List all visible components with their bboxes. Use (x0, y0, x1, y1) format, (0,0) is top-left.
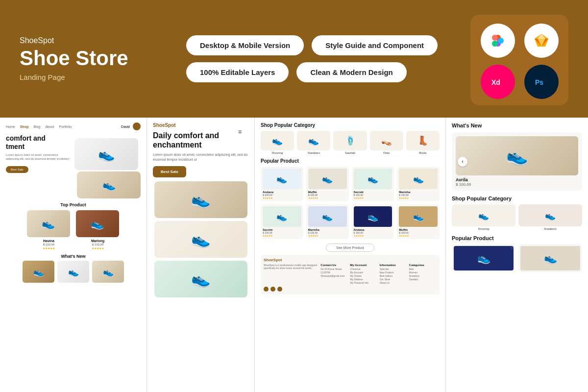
hero-text: comfort andtment Lorem ipsum dolor sit a… (6, 134, 70, 173)
whats-new-title-p4: What's New (452, 122, 582, 128)
footer-grid: ShoeSpot is a revolutionary mobile app d… (264, 264, 437, 285)
shoe-icon: 👟 (191, 230, 211, 248)
mobile-shoe-1: 👟 (154, 181, 247, 218)
product-marlong-name: Marlong (76, 239, 120, 243)
heart-icon[interactable]: ♡ (435, 206, 438, 210)
panel1-hero: comfort andtment Lorem ipsum dolor sit a… (6, 134, 141, 173)
heart-icon[interactable]: ♡ (572, 138, 576, 144)
heart-icon[interactable]: ♡ (435, 168, 438, 172)
brand-name: ShoeSpot (20, 36, 157, 45)
badge-style-guide: Style Guide and Component (312, 35, 438, 55)
product-havina-stars: ★★★★★ (27, 246, 71, 250)
shoe-icon: 👟 (368, 211, 378, 222)
footer-checkout: Checkout (350, 268, 378, 270)
mobile-shoe-2: 👟 (154, 221, 247, 258)
secrett2-img: 👟 (263, 206, 301, 227)
p4-cat-running-label: Running (452, 227, 515, 230)
heart-icon[interactable]: ♡ (344, 168, 347, 172)
running-shoe-icon: 👟 (272, 135, 283, 146)
shoe-icon: 👟 (68, 267, 79, 277)
nav-about: About (45, 125, 54, 128)
hero-title: comfort andtment (6, 134, 70, 151)
shoe-icon: 👟 (33, 267, 44, 277)
badges-row-1: Desktop & Mobile Version Style Guide and… (186, 35, 438, 55)
shoe-icon: 👟 (276, 173, 287, 184)
product-havina-price: $ 100,00 (27, 243, 71, 246)
category-sandals: 🩴 Sandals (333, 131, 367, 154)
category-running: 👟 Running (261, 131, 294, 154)
footer-cat-women: Women (409, 271, 437, 274)
ps-icon: Ps (524, 65, 559, 99)
footer-specials: Specials (380, 268, 407, 270)
p4-prod-1-img: 👟 (454, 246, 514, 270)
mobile-shoe-3: 👟 (154, 261, 247, 297)
p4-prod-2: 👟 (518, 244, 582, 272)
featured-price: $ 100,00 (456, 182, 578, 187)
panel3-footer: ShoeSpot ShoeSpot is a revolutionary mob… (261, 255, 440, 294)
heart-icon[interactable]: ♡ (344, 206, 347, 210)
secrett2-stars: ★★★★★ (263, 234, 301, 237)
hero-desc: Lorem ipsum dolor sit amet, consectetur … (6, 153, 70, 161)
nav-shop: Shop (20, 125, 29, 128)
popular-product-title: Popular Product (261, 158, 440, 164)
brand-subtitle: Landing Page (20, 73, 157, 81)
shoe-icon: 👟 (191, 270, 211, 288)
heart-icon[interactable]: ♡ (390, 206, 392, 210)
shop-popular-title: Shop Popular Category (261, 122, 440, 128)
boots-icon: 👢 (417, 135, 428, 146)
marinha-stars: ★★★★★ (399, 196, 438, 199)
heart-icon[interactable]: ♡ (299, 206, 302, 210)
heart-icon[interactable]: ♡ (510, 246, 514, 250)
andana2-stars: ★★★★★ (354, 234, 392, 237)
footer-account: My Account Checkout My Account My Orders… (350, 264, 378, 285)
shoe-icon: 👟 (544, 252, 557, 265)
mobile-best-sale-button[interactable]: Best Sale (153, 166, 186, 177)
footer-address-item: My Address (350, 278, 378, 281)
product-havina: 👟 Havina $ 100,00 ★★★★★ (27, 210, 71, 250)
new-products-list: 👟 👟 👟 (6, 261, 141, 283)
sandal-icon: 🩴 (345, 135, 356, 146)
footer-about-us: About Us (380, 281, 407, 284)
heart-icon[interactable]: ♡ (390, 168, 392, 172)
p4-cat-sneakers: 👟 Sneakers (518, 204, 582, 230)
products-grid-row1: ♡ 👟 Andana $ 100,00 ★★★★★ ♡ 👟 Muffin $ 1… (261, 167, 440, 201)
product-secrett: ♡ 👟 Secrett $ 100,00 ★★★★★ (352, 167, 394, 201)
best-sale-button[interactable]: Best Sale (6, 166, 28, 173)
shoe-icon: 👟 (477, 252, 490, 265)
muffin2-img: 👟 (399, 206, 438, 227)
footer-email: Shoespot@gmail.com (320, 274, 348, 277)
p4-categories: 👟 Running 👟 Sneakers (452, 204, 582, 230)
footer-personal: My Personal Info (350, 281, 378, 284)
cat-flats-img: 👡 (370, 131, 403, 150)
footer-contact-title: Contact Us (320, 264, 348, 267)
footer-phone: 1143789 (320, 271, 348, 274)
prev-arrow[interactable]: ‹ (458, 157, 467, 167)
mobile-shoes-list: 👟 👟 👟 (153, 181, 248, 297)
andana2-img: 👟 (354, 206, 392, 227)
category-sneakers: 👟 Sneakers (297, 131, 330, 154)
cat-running-img: 👟 (261, 131, 294, 150)
p4-popular-products: ♡ 👟 👟 (452, 244, 582, 272)
figma-icon (481, 24, 515, 58)
cat-sneakers-label: Sneakers (297, 151, 330, 154)
shoe-icon: 👟 (276, 211, 287, 222)
footer-social (264, 287, 437, 292)
footer-best-sellers: Best Sellers (380, 274, 407, 277)
featured-name: Avrila (456, 177, 578, 182)
xd-icon: Xd (481, 65, 515, 99)
badge-editable: 100% Editable Layers (186, 62, 289, 82)
heart-icon[interactable]: ♡ (299, 168, 302, 172)
footer-my-account: My Account (350, 271, 378, 274)
instagram-icon (277, 287, 282, 292)
p4-cat-running-img: 👟 (452, 204, 515, 226)
footer-cat-sandals: Sandals (409, 278, 437, 281)
nav-home: Home (6, 125, 15, 128)
svg-rect-3 (492, 35, 498, 41)
see-more-button[interactable]: See More Product (326, 244, 374, 252)
shoe-icon: 👟 (413, 173, 424, 184)
product-marlong-image: 👟 (76, 210, 119, 237)
hero-shoe-2: 👟 (77, 172, 141, 198)
panel1-nav: Home Shop Blog About Portfolio David (6, 122, 141, 130)
new-item-3: 👟 (92, 261, 124, 283)
badges-row-2: 100% Editable Layers Clean & Modern Desi… (186, 62, 438, 82)
